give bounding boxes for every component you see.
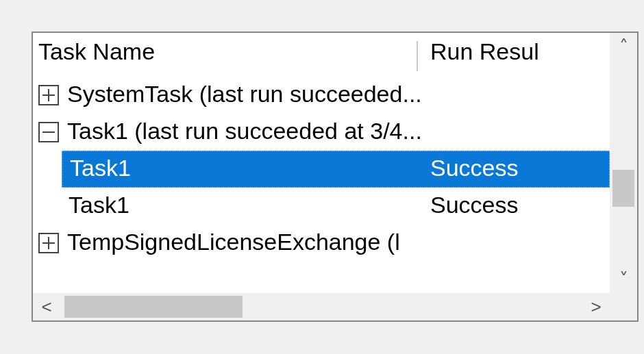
task-label: Task1 (last run succeeded at 3/4... (67, 118, 422, 144)
task-grid: Task Name Run Resul SystemTask (last run… (33, 33, 610, 293)
collapse-icon[interactable] (38, 122, 59, 142)
vertical-scroll-thumb[interactable] (612, 170, 634, 207)
task-row-task1-child[interactable]: Task1 Success (33, 188, 610, 225)
scroll-right-icon[interactable]: > (582, 293, 610, 320)
expand-icon[interactable] (38, 233, 59, 253)
run-result-value: Success (430, 155, 519, 181)
horizontal-scroll-thumb[interactable] (64, 296, 243, 318)
task-label: Task1 (70, 155, 131, 181)
vertical-scrollbar[interactable]: ˄ ˅ (610, 33, 637, 293)
task-list-panel: Task Name Run Resul SystemTask (last run… (32, 31, 639, 322)
scroll-down-icon[interactable]: ˅ (610, 266, 637, 293)
scroll-left-icon[interactable]: < (33, 293, 60, 320)
scroll-up-icon[interactable]: ˄ (610, 33, 637, 60)
run-result-value: Success (430, 192, 519, 218)
task-label: TempSignedLicenseExchange (l (67, 229, 400, 255)
selected-row-highlight: Task1 Success (62, 151, 610, 188)
task-row-tempsignedlicense[interactable]: TempSignedLicenseExchange (l (33, 225, 610, 262)
expand-icon[interactable] (38, 85, 59, 105)
task-label: Task1 (69, 192, 129, 218)
column-separator[interactable] (417, 41, 418, 71)
task-row-task1-parent[interactable]: Task1 (last run succeeded at 3/4... (33, 114, 610, 151)
column-header-run-result[interactable]: Run Resul (430, 38, 539, 65)
horizontal-scrollbar[interactable]: < > (33, 293, 610, 320)
column-header-row: Task Name Run Resul (33, 33, 610, 77)
task-label: SystemTask (last run succeeded... (67, 81, 422, 108)
column-header-task-name[interactable]: Task Name (38, 38, 155, 65)
task-rows: SystemTask (last run succeeded... Task1 … (33, 77, 610, 293)
task-row-systemtask[interactable]: SystemTask (last run succeeded... (33, 77, 610, 114)
task-row-task1-child-selected[interactable]: Task1 Success (33, 151, 610, 188)
scrollbar-corner (610, 293, 637, 320)
